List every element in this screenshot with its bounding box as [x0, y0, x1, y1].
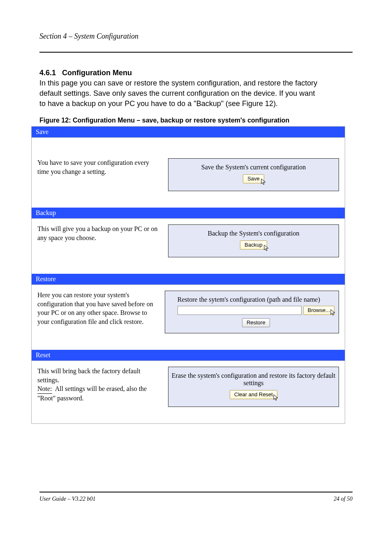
header-section-label: Section 4 – System Configuration [39, 32, 138, 41]
page-header: Section 4 – System Configuration [0, 0, 392, 53]
page: { "header": { "section_label": "Section … [0, 0, 392, 53]
header-rule [39, 52, 353, 53]
